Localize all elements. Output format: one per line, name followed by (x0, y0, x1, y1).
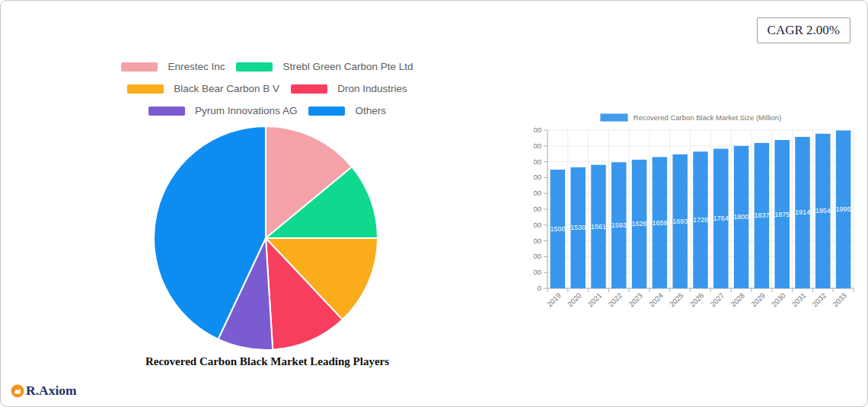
legend-swatch (121, 62, 158, 72)
x-tick-label: 2025 (668, 291, 685, 309)
y-tick-label: 1200 (534, 189, 541, 197)
legend-label: Black Bear Carbon B V (174, 82, 279, 95)
bar-value-label: 1728 (693, 216, 708, 224)
legend-swatch (148, 107, 185, 116)
y-tick-label: 800 (534, 221, 541, 229)
bar-value-label: 1659 (652, 219, 667, 227)
legend-label: Others (355, 104, 386, 117)
bar-value-label: 1626 (632, 220, 647, 227)
y-tick-label: 2000 (534, 126, 541, 134)
x-tick-label: 2021 (586, 291, 604, 309)
bar-value-label: 1800 (734, 213, 749, 221)
pie-legend: Enrestec IncStrebl Green Carbon Pte LtdB… (1, 60, 534, 117)
bar-value-label: 1561 (591, 223, 606, 231)
legend-label: Dron Industries (337, 82, 407, 95)
cagr-badge: CAGR 2.00% (757, 17, 850, 43)
legend-item-pyrum-innovations-ag[interactable]: Pyrum Innovations AG (148, 104, 297, 117)
y-tick-label: 200 (534, 268, 541, 276)
legend-item-others[interactable]: Others (308, 104, 386, 117)
x-tick-label: 2020 (566, 291, 583, 309)
bar-value-label: 1875 (774, 211, 790, 218)
x-tick-label: 2022 (606, 291, 624, 309)
brand-name: R.Axiom (26, 383, 77, 399)
x-tick-label: 2031 (790, 291, 808, 309)
x-tick-label: 2033 (831, 291, 848, 309)
y-tick-label: 1800 (534, 141, 541, 150)
legend-label: Pyrum Innovations AG (195, 104, 297, 117)
pie-legend-row: Enrestec IncStrebl Green Carbon Pte Ltd (121, 60, 413, 73)
bar-value-label: 1914 (795, 208, 810, 216)
report-card: CAGR 2.00% Enrestec IncStrebl Green Carb… (0, 0, 868, 407)
legend-label: Strebl Green Carbon Pte Ltd (282, 60, 413, 73)
pie-chart-title: Recovered Carbon Black Market Leading Pl… (1, 355, 534, 368)
legend-swatch (308, 107, 345, 116)
bar-value-label: 1593 (611, 221, 627, 229)
x-tick-label: 2019 (545, 291, 563, 309)
x-tick-label: 2032 (810, 291, 828, 309)
legend-swatch (236, 62, 273, 72)
bar-value-label: 1995 (836, 205, 851, 213)
x-tick-label: 2027 (708, 291, 726, 309)
y-tick-label: 600 (534, 237, 541, 245)
pie-legend-row: Pyrum Innovations AGOthers (148, 104, 386, 117)
bar-value-label: 1954 (815, 207, 831, 215)
y-tick-label: 1400 (534, 173, 541, 181)
y-tick-label: 1600 (534, 157, 541, 166)
legend-item-black-bear-carbon-b-v[interactable]: Black Bear Carbon B V (127, 82, 279, 95)
chart-icon (11, 384, 24, 398)
brand-logo: R.Axiom (11, 383, 77, 399)
legend-item-dron-industries[interactable]: Dron Industries (291, 82, 407, 95)
bar-value-label: 1693 (672, 218, 688, 225)
legend-swatch (127, 84, 164, 94)
bar-value-label: 1500 (550, 225, 565, 233)
x-tick-label: 2028 (729, 291, 746, 309)
legend-item-strebl-green-carbon-pte-ltd[interactable]: Strebl Green Carbon Pte Ltd (236, 60, 413, 73)
pie-legend-row: Black Bear Carbon B VDron Industries (127, 82, 407, 95)
bar-chart-area: Recovered Carbon Black Market Size (Mill… (534, 107, 863, 320)
y-tick-label: 400 (534, 252, 541, 260)
x-tick-label: 2030 (770, 291, 787, 309)
y-tick-label: 0 (538, 284, 541, 292)
bar-value-label: 1764 (713, 215, 729, 222)
y-tick-label: 1000 (534, 205, 541, 213)
legend-swatch (291, 84, 327, 94)
x-tick-label: 2026 (688, 291, 706, 309)
bar-value-label: 1530 (570, 224, 586, 231)
legend-label: Enrestec Inc (168, 60, 225, 73)
x-tick-label: 2024 (647, 291, 665, 309)
pie-chart (152, 124, 380, 352)
x-tick-label: 2029 (749, 291, 767, 309)
x-tick-label: 2023 (627, 291, 644, 309)
legend-item-enrestec-inc[interactable]: Enrestec Inc (121, 60, 225, 73)
bar-chart-svg: 0200400600800100012001400160018002000150… (534, 107, 863, 320)
bar-value-label: 1837 (754, 211, 769, 219)
